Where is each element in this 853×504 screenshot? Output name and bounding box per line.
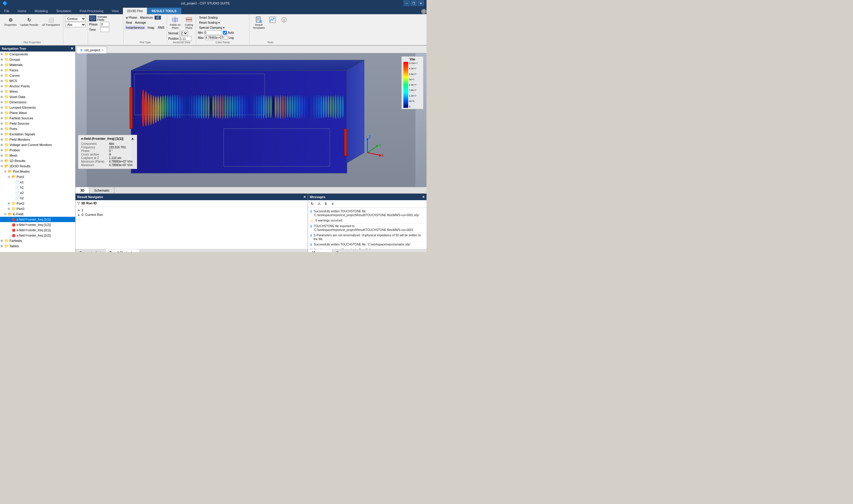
tab-post-processing[interactable]: Post-Processing	[75, 8, 107, 14]
tree-item-components[interactable]: ⊞ 📁 Components	[0, 52, 75, 57]
tab-home[interactable]: Home	[14, 8, 31, 14]
tree-item-excitation-signals[interactable]: ⊞ 📁 Excitation Signals	[0, 131, 75, 137]
tree-item-tables[interactable]: ⊞ 📁 Tables	[0, 244, 75, 249]
tree-item-h1[interactable]: 📄 h1	[0, 185, 75, 190]
view-tab-schematic[interactable]: Schematic	[89, 187, 114, 193]
tab-2d3d-plot[interactable]: 2D/3D Plot	[123, 7, 147, 14]
maximum-btn[interactable]: Maximum	[139, 15, 154, 20]
tree-item-port3[interactable]: ⊞ 📁 Port3	[0, 206, 75, 212]
abs-dropdown[interactable]: Abs	[65, 22, 86, 27]
tree-item-field-monitors[interactable]: ⊞ 📁 Field Monitors	[0, 137, 75, 142]
tree-item-port-modes[interactable]: ⊟ 📂 Port Modes	[0, 169, 75, 174]
phase-input[interactable]	[101, 22, 109, 26]
close-button[interactable]: ✕	[417, 0, 424, 6]
help-button[interactable]: ?	[421, 9, 427, 14]
nav-tree-content[interactable]: ⊞ 📁 Components ⊞ 📁 Groups ⊞ 📁 Materials …	[0, 52, 75, 252]
tree-item-ports[interactable]: ⊞ 📁 Ports	[0, 126, 75, 131]
rms-btn[interactable]: RMS	[157, 25, 165, 30]
info-panel-collapse[interactable]: ∧	[131, 137, 134, 141]
tree-item-wires[interactable]: ⊞ 📁 Wires	[0, 89, 75, 94]
fields-on-plane-button[interactable]: Fields onPlane	[168, 15, 182, 30]
view-area: Z Y X V/m	[75, 53, 427, 193]
messages-close[interactable]: ✕	[422, 195, 425, 199]
minimize-button[interactable]: ─	[403, 0, 410, 6]
view-tab-3d[interactable]: 3D	[75, 187, 89, 193]
min-input[interactable]	[205, 31, 222, 35]
tree-item-e1[interactable]: 📄 e1	[0, 179, 75, 185]
tree-item-efield-c4[interactable]: 🔴 e-field f=center_freq [2(2)]	[0, 233, 75, 238]
tab-file[interactable]: File	[0, 8, 14, 14]
rn-item-current[interactable]: ▶ 0: Current Run	[77, 212, 306, 217]
real-btn[interactable]: Real	[125, 20, 133, 25]
tree-item-curves[interactable]: ⊞ 📁 Curves	[0, 73, 75, 78]
tree-item-field-sources[interactable]: ⊞ 📁 Field Sources	[0, 121, 75, 126]
tree-item-lumped-elements[interactable]: ⊞ 📁 Lumped Elements	[0, 105, 75, 110]
tree-item-2d3d-results[interactable]: ⊟ 📂 2D/3D Results	[0, 163, 75, 169]
tree-item-materials[interactable]: ⊞ 📁 Materials	[0, 62, 75, 68]
phase-btn[interactable]: φ Phase	[125, 15, 138, 20]
nav-tree-close[interactable]: ✕	[71, 47, 73, 51]
tab-result-tools[interactable]: RESULT TOOLS	[147, 8, 181, 14]
tools-extra-button[interactable]	[279, 15, 289, 30]
tree-item-voxel-data[interactable]: ⊞ 📁 Voxel Data	[0, 94, 75, 100]
tree-item-1d-results[interactable]: ⊟ 📂 1D Results	[0, 158, 75, 163]
auto-checkbox[interactable]	[223, 31, 227, 35]
contour-dropdown[interactable]: Contour	[65, 16, 86, 21]
messages-content[interactable]: ℹ Successfully written TOUCHSTONE file: …	[308, 208, 427, 249]
bottom-tab-result-nav[interactable]: Result Navigator	[105, 249, 140, 252]
result-templates-button[interactable]: ResultTemplates	[251, 15, 266, 30]
bottom-tab-param-list[interactable]: Parameter List	[75, 249, 105, 252]
db-btn[interactable]: dB	[155, 16, 161, 20]
tree-item-groups[interactable]: ⊞ 📁 Groups	[0, 57, 75, 62]
tree-item-faces[interactable]: ⊞ 📁 Faces	[0, 68, 75, 73]
msg-warn-btn[interactable]: ⚠	[316, 201, 322, 207]
max-input[interactable]	[205, 36, 223, 40]
tree-item-anchor-points[interactable]: ⊞ 📁 Anchor Points	[0, 84, 75, 89]
tree-item-efield-c2[interactable]: 🔴 e-field f=center_freq [1(2)]	[0, 222, 75, 228]
instantaneous-btn[interactable]: Instantaneous	[125, 25, 146, 30]
imag-btn[interactable]: Imag.	[146, 25, 156, 30]
tab-modeling[interactable]: Modeling	[31, 8, 52, 14]
all-transparent-button[interactable]: ⬜ All Transparent	[40, 15, 61, 27]
msg-refresh-btn[interactable]: ↻	[309, 201, 315, 207]
tree-item-mesh[interactable]: ⊞ 📁 Mesh	[0, 153, 75, 158]
tree-item-e2[interactable]: 📄 e2	[0, 190, 75, 195]
tab-simulation[interactable]: Simulation	[52, 8, 75, 14]
viewport-3d[interactable]: Z Y X V/m	[75, 53, 427, 187]
tree-item-port1[interactable]: ⊟ 📂 Port1	[0, 174, 75, 179]
position-input[interactable]	[180, 36, 192, 41]
doc-tab-cst-project[interactable]: 🗎 cst_project ✕	[77, 47, 107, 53]
update-results-button[interactable]: ↻ Update Results	[19, 15, 40, 27]
tree-item-e-field[interactable]: ⊟ 📂 E-Field	[0, 212, 75, 217]
tree-item-probes[interactable]: ⊞ 📁 Probes	[0, 147, 75, 153]
tools-chart-button[interactable]	[267, 15, 278, 30]
tab-close[interactable]: ✕	[101, 49, 104, 52]
tree-item-voltage-current-monitors[interactable]: ⊞ 📁 Voltage and Current Monitors	[0, 142, 75, 147]
tree-item-farfields[interactable]: ⊞ 📁 Farfields	[0, 238, 75, 244]
tree-item-efield-c1[interactable]: 🔴 e-field f=center_freq [1(1)]	[0, 217, 75, 222]
tree-item-wcs[interactable]: ⊞ 📁 WCS	[0, 78, 75, 84]
tree-item-plane-wave[interactable]: ⊞ 📁 Plane Wave	[0, 110, 75, 115]
special-clamping-button[interactable]: Special Clamping ▾	[198, 25, 226, 30]
tree-item-h2[interactable]: 📄 h2	[0, 195, 75, 201]
log-checkbox[interactable]	[224, 36, 228, 40]
restore-button[interactable]: ❐	[410, 0, 417, 6]
normal-dropdown[interactable]: ZXY	[179, 31, 188, 36]
msg-info-btn[interactable]: ℹ	[323, 201, 329, 207]
reset-scaling-button[interactable]: Reset Scaling ▾	[198, 20, 221, 25]
tree-item-port2[interactable]: ⊞ 📁 Port2	[0, 201, 75, 206]
tree-item-dimensions[interactable]: ⊞ 📁 Dimensions	[0, 100, 75, 105]
tab-view[interactable]: View	[107, 8, 123, 14]
rn-item-1[interactable]: ▶ 1	[77, 208, 306, 212]
tree-item-farfield-sources[interactable]: ⊞ 📁 Farfield Sources	[0, 115, 75, 121]
result-navigator-close[interactable]: ✕	[303, 195, 306, 199]
average-btn[interactable]: Average	[134, 20, 147, 25]
msg-filter-btn[interactable]: ≡	[330, 201, 336, 207]
tree-item-efield-c3[interactable]: 🔴 e-field f=center_freq [2(1)]	[0, 228, 75, 233]
smart-scaling-button[interactable]: Smart Scaling	[198, 15, 218, 20]
cutting-plane-button[interactable]: CuttingPlane	[183, 15, 195, 30]
properties-button[interactable]: ⚙ Properties	[3, 15, 18, 27]
time-input[interactable]	[101, 27, 109, 32]
bottom-tab-progress[interactable]: Progress	[332, 249, 354, 252]
bottom-tab-messages[interactable]: Messages	[308, 249, 332, 252]
